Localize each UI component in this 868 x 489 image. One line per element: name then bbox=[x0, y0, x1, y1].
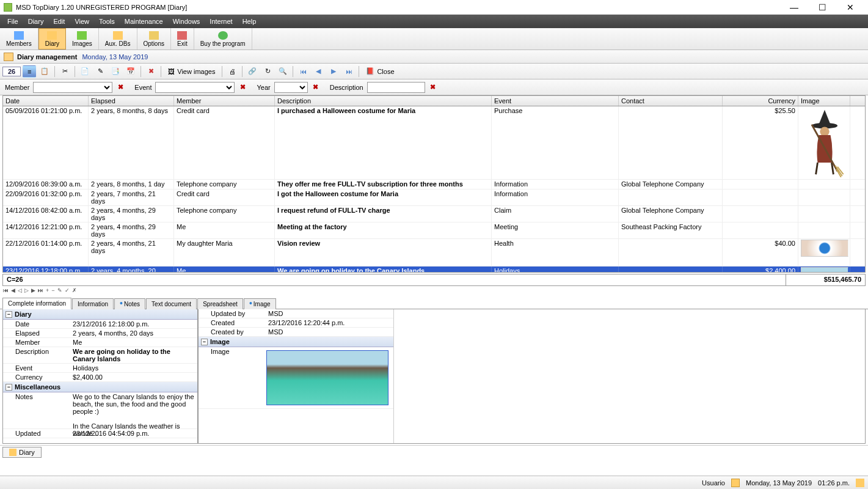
cell-currency bbox=[723, 189, 798, 205]
nav-check-icon[interactable]: ✓ bbox=[64, 287, 70, 293]
edit-icon[interactable]: ✎ bbox=[93, 65, 107, 78]
maximize-button[interactable]: ☐ bbox=[808, 0, 836, 15]
collapse-icon[interactable]: − bbox=[5, 384, 12, 391]
menu-internet[interactable]: Internet bbox=[205, 17, 237, 26]
table-row[interactable]: 14/12/2016 12:21:00 p.m.2 years, 4 month… bbox=[3, 222, 865, 239]
member-filter-select[interactable] bbox=[33, 82, 112, 93]
detail-toggle-icon[interactable]: 📋 bbox=[38, 65, 51, 78]
misc-section-header[interactable]: −Miscellaneous bbox=[3, 382, 197, 392]
next-icon[interactable]: ▶ bbox=[327, 65, 340, 78]
cut-icon[interactable]: ✂ bbox=[58, 65, 71, 78]
toolbar-images[interactable]: Images bbox=[66, 28, 99, 50]
nav-minus-icon[interactable]: − bbox=[51, 287, 55, 293]
header-description[interactable]: Description bbox=[275, 96, 492, 106]
nav-left-icon[interactable]: ◁ bbox=[17, 287, 23, 293]
year-filter-select[interactable] bbox=[274, 82, 308, 93]
calendar-icon[interactable] bbox=[731, 479, 740, 487]
table-row[interactable]: 12/09/2016 08:39:00 a.m.2 years, 8 month… bbox=[3, 180, 865, 189]
last-icon[interactable]: ⏭ bbox=[342, 65, 356, 78]
summary-bar: C=26 $515,465.70 bbox=[2, 274, 866, 286]
diary-grid[interactable]: Date Elapsed Member Description Event Co… bbox=[2, 95, 866, 273]
header-elapsed[interactable]: Elapsed bbox=[89, 96, 174, 106]
header-date[interactable]: Date bbox=[3, 96, 89, 106]
detail-image-thumbnail[interactable] bbox=[266, 350, 388, 405]
menu-view[interactable]: View bbox=[70, 17, 94, 26]
date-icon[interactable]: 📅 bbox=[124, 65, 137, 78]
view-images-button[interactable]: 🖼View images bbox=[164, 68, 219, 75]
header-member[interactable]: Member bbox=[174, 96, 275, 106]
minimize-button[interactable]: — bbox=[780, 0, 808, 15]
nav-prev-icon[interactable]: ◀ bbox=[10, 287, 16, 293]
menu-edit[interactable]: Edit bbox=[48, 17, 70, 26]
tab-text-document[interactable]: Text document bbox=[146, 298, 197, 309]
delete-icon[interactable]: ✖ bbox=[144, 65, 158, 78]
table-row[interactable]: 05/09/2016 01:21:00 p.m.2 years, 8 month… bbox=[3, 106, 865, 180]
link-icon[interactable]: 🔗 bbox=[246, 65, 259, 78]
prev-icon[interactable]: ◀ bbox=[312, 65, 325, 78]
nav-cancel-icon[interactable]: ✗ bbox=[71, 287, 78, 293]
cell-image bbox=[798, 206, 850, 222]
table-row[interactable]: 23/12/2016 12:18:00 p.m.2 years, 4 month… bbox=[3, 267, 865, 273]
diary-section-header[interactable]: −Diary bbox=[3, 309, 197, 320]
header-event[interactable]: Event bbox=[492, 96, 619, 106]
copy-icon[interactable]: 📑 bbox=[109, 65, 122, 78]
header-currency[interactable]: Currency bbox=[723, 96, 798, 106]
db-icon bbox=[113, 31, 123, 40]
menu-windows[interactable]: Windows bbox=[168, 17, 205, 26]
toolbar-diary[interactable]: Diary bbox=[38, 28, 66, 50]
print-icon[interactable]: 🖨 bbox=[225, 65, 239, 78]
table-row[interactable]: 22/12/2016 01:14:00 p.m.2 years, 4 month… bbox=[3, 239, 865, 267]
cell-elapsed: 2 years, 7 months, 21 days bbox=[89, 189, 174, 205]
nav-next-icon[interactable]: ▶ bbox=[31, 287, 36, 293]
menu-tools[interactable]: Tools bbox=[94, 17, 120, 26]
toolbar-members[interactable]: Members bbox=[0, 28, 38, 50]
tab-spreadsheet[interactable]: Spreadsheet bbox=[197, 298, 243, 309]
close-button[interactable]: ✕ bbox=[836, 0, 864, 15]
clear-event-icon[interactable]: ✖ bbox=[237, 82, 248, 93]
tab-notes[interactable]: •Notes bbox=[114, 298, 145, 309]
bottom-tab-diary[interactable]: Diary bbox=[2, 447, 42, 458]
nav-last-icon[interactable]: ⏭ bbox=[37, 287, 44, 293]
menu-diary[interactable]: Diary bbox=[23, 17, 49, 26]
toolbar-options[interactable]: Options bbox=[137, 28, 171, 50]
clear-description-icon[interactable]: ✖ bbox=[428, 82, 439, 93]
refresh-icon[interactable]: ↻ bbox=[261, 65, 274, 78]
cell-date: 22/09/2016 01:32:00 p.m. bbox=[3, 189, 89, 205]
nav-edit-icon[interactable]: ✎ bbox=[57, 287, 63, 293]
menu-help[interactable]: Help bbox=[238, 17, 261, 26]
toolbar-buy[interactable]: Buy the program bbox=[194, 28, 252, 50]
tab-image[interactable]: •Image bbox=[244, 298, 276, 309]
nav-first-icon[interactable]: ⏮ bbox=[2, 287, 9, 293]
beach-thumbnail bbox=[801, 267, 848, 273]
nav-plus-icon[interactable]: + bbox=[45, 287, 49, 293]
close-panel-button[interactable]: 📕Close bbox=[362, 67, 398, 75]
tab-complete-information[interactable]: Complete information bbox=[2, 298, 71, 309]
record-count-box[interactable]: 26 bbox=[2, 67, 21, 76]
header-image[interactable]: Image bbox=[798, 96, 850, 106]
clear-member-icon[interactable]: ✖ bbox=[115, 82, 126, 93]
collapse-icon[interactable]: − bbox=[5, 311, 12, 318]
table-row[interactable]: 14/12/2016 08:42:00 a.m.2 years, 4 month… bbox=[3, 206, 865, 222]
cell-description: I request refund of FULL-TV charge bbox=[275, 206, 492, 222]
table-row[interactable]: 22/09/2016 01:32:00 p.m.2 years, 7 month… bbox=[3, 189, 865, 206]
picture-icon: 🖼 bbox=[168, 68, 175, 75]
menu-file[interactable]: File bbox=[2, 17, 23, 26]
toolbar-exit[interactable]: Exit bbox=[171, 28, 194, 50]
new-icon[interactable]: 📄 bbox=[78, 65, 92, 78]
menu-maintenance[interactable]: Maintenance bbox=[120, 17, 168, 26]
nav-right-icon[interactable]: ▷ bbox=[24, 287, 29, 293]
first-icon[interactable]: ⏮ bbox=[296, 65, 310, 78]
view-toggle-icon[interactable]: ≡ bbox=[23, 65, 36, 78]
toolbar-auxdbs[interactable]: Aux. DBs bbox=[99, 28, 137, 50]
search-icon[interactable]: 🔍 bbox=[276, 65, 290, 78]
image-section-header[interactable]: −Image bbox=[199, 337, 393, 347]
year-filter-label: Year bbox=[257, 84, 270, 91]
label-notes: Notes bbox=[3, 392, 70, 428]
tab-information[interactable]: Information bbox=[72, 298, 114, 309]
clear-year-icon[interactable]: ✖ bbox=[310, 82, 321, 93]
collapse-icon[interactable]: − bbox=[201, 339, 208, 345]
header-contact[interactable]: Contact bbox=[619, 96, 723, 106]
event-filter-select[interactable] bbox=[155, 82, 235, 93]
description-filter-input[interactable] bbox=[367, 82, 425, 93]
bottom-tab-bar: Diary bbox=[0, 445, 868, 458]
